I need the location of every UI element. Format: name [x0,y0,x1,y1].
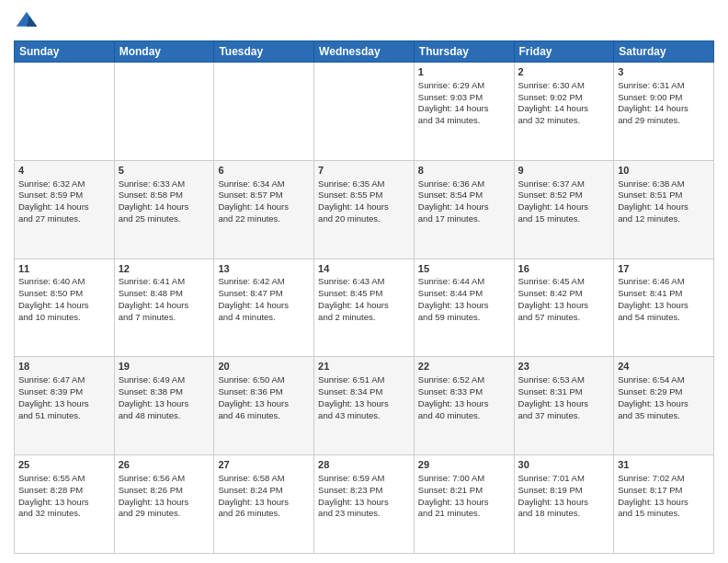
day-info-line: Daylight: 14 hours [18,201,110,213]
calendar-cell: 15Sunrise: 6:44 AMSunset: 8:44 PMDayligh… [414,259,514,357]
day-info-line: and 32 minutes. [18,508,110,520]
calendar-cell [15,63,115,161]
day-info-line: Daylight: 14 hours [418,201,510,213]
day-info-line: and 57 minutes. [518,312,610,324]
day-info-line: Sunset: 8:23 PM [318,485,410,497]
calendar-cell [114,63,214,161]
weekday-header-friday: Friday [514,41,614,63]
day-info-line: Sunrise: 6:58 AM [218,473,310,485]
day-info-line: Daylight: 13 hours [518,300,610,312]
day-info-line: Sunrise: 6:33 AM [119,178,210,190]
day-info-line: and 25 minutes. [119,213,210,225]
calendar-cell: 29Sunrise: 7:00 AMSunset: 8:21 PMDayligh… [414,455,514,554]
calendar-cell: 25Sunrise: 6:55 AMSunset: 8:28 PMDayligh… [15,455,115,554]
header [14,9,714,35]
day-info-line: Sunset: 8:33 PM [418,386,510,398]
calendar-cell: 2Sunrise: 6:30 AMSunset: 9:02 PMDaylight… [514,63,614,161]
day-info-line: and 7 minutes. [119,312,210,324]
day-number: 10 [618,164,710,178]
day-number: 5 [119,164,210,178]
weekday-header-tuesday: Tuesday [214,41,314,63]
calendar-cell: 24Sunrise: 6:54 AMSunset: 8:29 PMDayligh… [614,357,714,455]
day-info-line: Sunrise: 6:44 AM [418,276,510,288]
day-info-line: and 54 minutes. [618,312,710,324]
calendar-cell: 8Sunrise: 6:36 AMSunset: 8:54 PMDaylight… [414,160,514,259]
day-info-line: Sunrise: 6:55 AM [18,473,110,485]
day-info-line: and 4 minutes. [218,312,310,324]
day-number: 29 [418,458,510,472]
day-info-line: and 32 minutes. [518,115,610,127]
calendar-cell: 16Sunrise: 6:45 AMSunset: 8:42 PMDayligh… [514,259,614,357]
day-info-line: Sunset: 8:44 PM [418,288,510,300]
calendar-cell: 12Sunrise: 6:41 AMSunset: 8:48 PMDayligh… [114,259,214,357]
day-info-line: Daylight: 14 hours [518,201,610,213]
day-info-line: Daylight: 14 hours [618,103,710,115]
weekday-header-wednesday: Wednesday [314,41,415,63]
day-info-line: Sunrise: 6:37 AM [518,178,610,190]
day-info-line: and 37 minutes. [518,410,610,422]
day-number: 6 [218,164,310,178]
calendar-cell: 28Sunrise: 6:59 AMSunset: 8:23 PMDayligh… [314,455,415,554]
day-number: 22 [418,360,510,373]
day-info-line: Daylight: 13 hours [318,398,410,410]
calendar-cell: 4Sunrise: 6:32 AMSunset: 8:59 PMDaylight… [15,160,115,259]
day-info-line: Daylight: 14 hours [518,103,610,115]
day-info-line: and 34 minutes. [418,115,510,127]
logo [14,9,43,35]
day-info-line: Sunrise: 6:41 AM [119,276,210,288]
calendar-cell: 5Sunrise: 6:33 AMSunset: 8:58 PMDaylight… [114,160,214,259]
calendar-cell: 17Sunrise: 6:46 AMSunset: 8:41 PMDayligh… [614,259,714,357]
day-info-line: Daylight: 14 hours [119,201,210,213]
day-info-line: Daylight: 13 hours [218,497,310,509]
day-info-line: Sunset: 9:02 PM [518,92,610,104]
calendar-cell: 21Sunrise: 6:51 AMSunset: 8:34 PMDayligh… [314,357,415,455]
day-number: 20 [218,360,310,373]
day-info-line: Sunset: 8:58 PM [119,190,210,201]
day-number: 7 [318,164,410,178]
day-info-line: Sunrise: 6:54 AM [618,374,710,386]
day-info-line: and 12 minutes. [618,213,710,225]
day-info-line: Daylight: 14 hours [218,201,310,213]
day-info-line: Sunrise: 7:02 AM [618,473,710,485]
day-info-line: Sunrise: 6:32 AM [18,178,110,190]
calendar-body: 1Sunrise: 6:29 AMSunset: 9:03 PMDaylight… [15,63,714,554]
day-info-line: Daylight: 14 hours [18,300,110,312]
calendar-cell: 7Sunrise: 6:35 AMSunset: 8:55 PMDaylight… [314,160,415,259]
day-number: 3 [618,65,710,79]
weekday-header-sunday: Sunday [15,41,115,63]
day-info-line: and 15 minutes. [618,508,710,520]
calendar-cell: 31Sunrise: 7:02 AMSunset: 8:17 PMDayligh… [614,455,714,554]
day-info-line: Daylight: 13 hours [618,497,710,509]
calendar-cell: 22Sunrise: 6:52 AMSunset: 8:33 PMDayligh… [414,357,514,455]
day-number: 8 [418,164,510,178]
day-number: 4 [18,164,110,178]
day-info-line: and 21 minutes. [418,508,510,520]
day-info-line: and 40 minutes. [418,410,510,422]
calendar-cell: 18Sunrise: 6:47 AMSunset: 8:39 PMDayligh… [15,357,115,455]
day-info-line: Sunset: 8:45 PM [318,288,410,300]
calendar-cell: 20Sunrise: 6:50 AMSunset: 8:36 PMDayligh… [214,357,314,455]
day-info-line: Daylight: 13 hours [18,497,110,509]
day-info-line: Sunset: 8:50 PM [18,288,110,300]
day-info-line: Sunrise: 6:40 AM [18,276,110,288]
day-info-line: Sunset: 8:54 PM [418,190,510,201]
day-info-line: Daylight: 14 hours [218,300,310,312]
day-info-line: Sunset: 8:42 PM [518,288,610,300]
day-info-line: and 10 minutes. [18,312,110,324]
day-info-line: Daylight: 14 hours [318,300,410,312]
day-number: 31 [618,458,710,472]
day-info-line: Daylight: 13 hours [119,497,210,509]
day-info-line: Sunrise: 6:56 AM [119,473,210,485]
day-number: 26 [119,458,210,472]
day-info-line: Sunset: 8:41 PM [618,288,710,300]
day-info-line: Daylight: 14 hours [618,201,710,213]
day-info-line: Sunset: 8:39 PM [18,386,110,398]
day-number: 9 [518,164,610,178]
day-info-line: Sunset: 9:00 PM [618,92,710,104]
day-info-line: Sunrise: 6:42 AM [218,276,310,288]
day-info-line: Sunrise: 6:53 AM [518,374,610,386]
day-info-line: Sunset: 8:57 PM [218,190,310,201]
day-info-line: Sunset: 8:48 PM [119,288,210,300]
day-number: 17 [618,262,710,276]
calendar-table: SundayMondayTuesdayWednesdayThursdayFrid… [14,40,714,554]
